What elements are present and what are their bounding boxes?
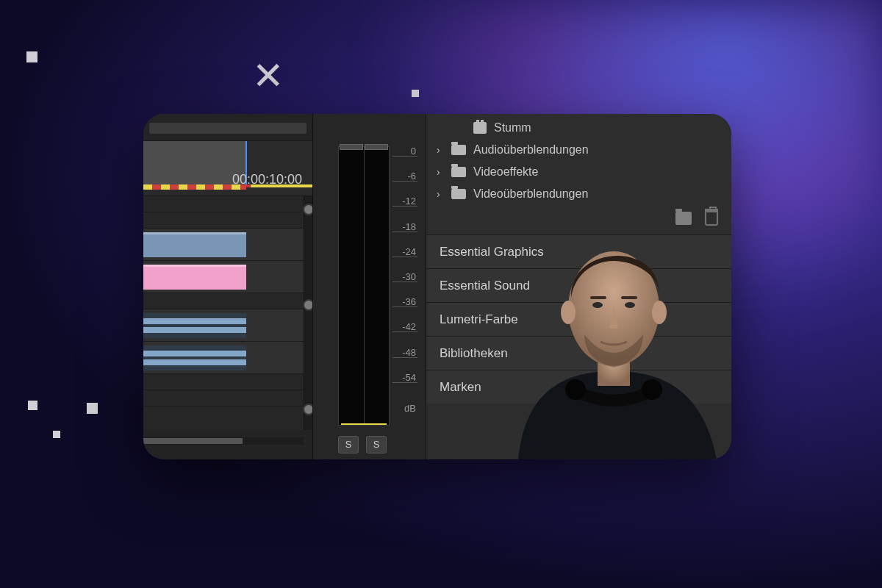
meter-scale: 0 -6 -12 -18 -24 -30 -36 -42 -48 -54 dB [392, 146, 417, 426]
meter-tick: 0 [392, 146, 417, 157]
panel-tab-libraries[interactable]: Bibliotheken [426, 336, 731, 370]
effects-folder[interactable]: › Videoeffekte [434, 161, 724, 183]
particle [28, 401, 37, 410]
track-area[interactable] [143, 196, 304, 430]
panel-tab-essential-sound[interactable]: Essential Sound [426, 268, 731, 302]
folder-icon [451, 167, 466, 177]
preset-icon [473, 122, 487, 134]
effects-folder[interactable]: › Videoüberblendungen [434, 183, 724, 205]
chevron-right-icon: › [437, 188, 444, 200]
effects-folder-label: Videoeffekte [473, 165, 538, 179]
effects-item-preset[interactable]: Stumm [434, 117, 724, 139]
timeline-panel: 00:00:10:00 [143, 114, 312, 459]
new-bin-icon[interactable] [675, 212, 692, 225]
meter-level-bar [341, 423, 387, 425]
audio-clip[interactable] [143, 345, 246, 370]
panel-tab-label: Essential Graphics [440, 245, 544, 259]
chevron-right-icon: › [437, 166, 444, 178]
in-out-ruler[interactable] [143, 184, 312, 192]
folder-icon [451, 189, 466, 199]
track-row[interactable] [143, 342, 304, 374]
effects-actions [675, 211, 718, 226]
panel-tab-label: Bibliotheken [440, 346, 508, 361]
panel-tab-label: Essential Sound [440, 279, 530, 293]
audio-level-meter[interactable] [338, 146, 390, 426]
work-area-bar[interactable] [143, 141, 246, 185]
meter-tick: -48 [392, 348, 417, 358]
meter-tick: -18 [392, 222, 417, 232]
audio-clip[interactable] [143, 313, 246, 338]
meter-tick: -54 [392, 373, 417, 383]
particle [53, 431, 60, 438]
effects-folder-label: Audioüberblendungen [473, 143, 589, 157]
track-row[interactable] [143, 196, 304, 212]
timeline-ruler-area[interactable]: 00:00:10:00 [143, 140, 312, 196]
track-row[interactable] [143, 261, 304, 293]
side-panels: Stumm › Audioüberblendungen › Videoeffek… [426, 114, 731, 459]
meter-tick: -6 [392, 171, 417, 182]
panel-tab-label: Marken [440, 380, 481, 395]
particle [412, 90, 419, 97]
meter-peak-indicator [365, 144, 388, 150]
vertical-zoom-rail[interactable] [304, 196, 312, 430]
collapsed-panels: Essential Graphics Essential Sound Lumet… [426, 234, 731, 404]
close-icon[interactable]: ✕ [250, 57, 287, 94]
track-row[interactable] [143, 309, 304, 342]
track-row[interactable] [143, 390, 304, 406]
solo-button-row: S S [338, 436, 412, 455]
solo-button[interactable]: S [338, 436, 359, 453]
meter-tick: -42 [392, 322, 417, 332]
audio-meter-panel: 0 -6 -12 -18 -24 -30 -36 -42 -48 -54 dB … [312, 114, 426, 459]
effects-folder[interactable]: › Audioüberblendungen [434, 139, 724, 161]
particle [26, 51, 37, 62]
editor-window: 00:00:10:00 [143, 114, 731, 459]
panel-tab-essential-graphics[interactable]: Essential Graphics [426, 234, 731, 268]
video-clip[interactable] [143, 232, 246, 257]
timeline-toolbar[interactable] [149, 123, 306, 134]
meter-tick: -12 [392, 196, 417, 207]
folder-icon [451, 145, 466, 155]
panel-tab-lumetri[interactable]: Lumetri-Farbe [426, 302, 731, 336]
meter-tick: -36 [392, 297, 417, 307]
chevron-right-icon: › [437, 144, 444, 156]
track-row[interactable] [143, 293, 304, 309]
track-row[interactable] [143, 374, 304, 390]
video-clip[interactable] [143, 265, 246, 290]
effects-tree[interactable]: Stumm › Audioüberblendungen › Videoeffek… [434, 117, 724, 205]
meter-channel-divider [364, 147, 365, 425]
particle [87, 403, 98, 414]
meter-unit-label: dB [392, 404, 417, 413]
track-row[interactable] [143, 229, 304, 261]
meter-peak-indicator [340, 144, 363, 150]
meter-tick: -30 [392, 272, 417, 282]
effects-folder-label: Videoüberblendungen [473, 187, 588, 201]
meter-tick: -24 [392, 247, 417, 257]
track-row[interactable] [143, 212, 304, 229]
panel-tab-markers[interactable]: Marken [426, 370, 731, 404]
solo-button[interactable]: S [366, 436, 387, 453]
delete-icon[interactable] [705, 211, 718, 226]
effects-item-label: Stumm [494, 121, 531, 135]
panel-tab-label: Lumetri-Farbe [440, 312, 518, 327]
horizontal-scrollbar[interactable] [143, 437, 304, 445]
